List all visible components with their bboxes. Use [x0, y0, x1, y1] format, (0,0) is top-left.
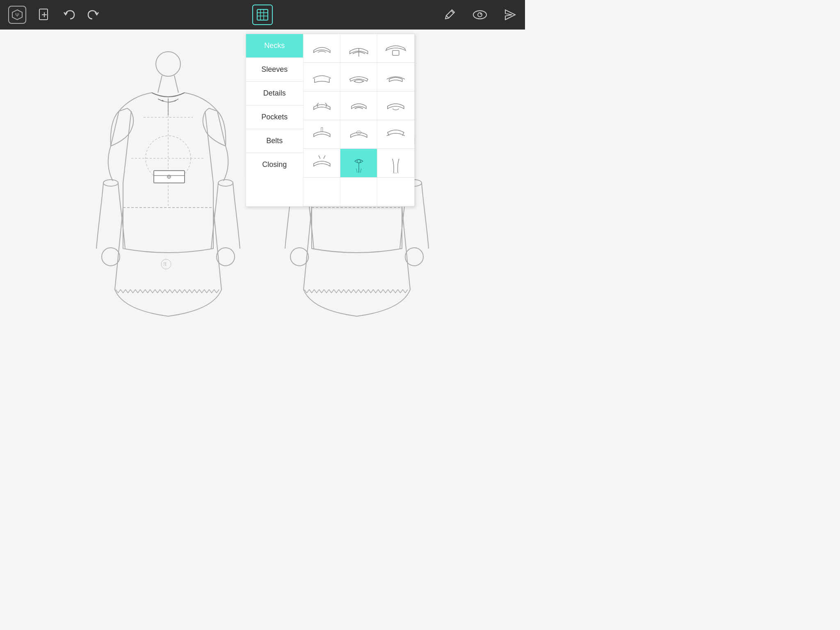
- menu-panel: Necks Sleeves Details Pockets Belts Clos…: [246, 34, 415, 207]
- svg-point-47: [290, 248, 308, 266]
- svg-rect-5: [257, 9, 268, 20]
- neck-item-12[interactable]: [377, 120, 414, 149]
- toolbar-left: Ψ: [8, 6, 100, 24]
- redo-button[interactable]: [87, 8, 100, 21]
- main-area: π: [0, 30, 525, 394]
- neck-item-4[interactable]: [304, 63, 340, 91]
- category-sleeves[interactable]: Sleeves: [246, 58, 303, 82]
- neck-item-10[interactable]: [304, 120, 340, 149]
- neck-item-2[interactable]: [340, 34, 377, 63]
- neck-item-15[interactable]: [377, 149, 414, 178]
- send-button[interactable]: [504, 8, 517, 21]
- neck-item-13[interactable]: [304, 149, 340, 178]
- toolbar: Ψ: [0, 0, 525, 30]
- svg-line-63: [394, 173, 395, 173]
- neck-item-8[interactable]: [340, 91, 377, 120]
- neck-item-6[interactable]: [377, 63, 414, 91]
- svg-rect-15: [156, 52, 180, 76]
- svg-point-22: [217, 248, 235, 266]
- neck-item-18[interactable]: [377, 178, 414, 206]
- svg-line-17: [174, 75, 178, 93]
- svg-point-12: [473, 11, 486, 19]
- new-file-button[interactable]: [38, 8, 51, 21]
- svg-line-65: [398, 173, 399, 173]
- svg-text:π: π: [163, 260, 167, 267]
- logo-icon[interactable]: Ψ: [8, 6, 26, 24]
- category-necks[interactable]: Necks: [246, 34, 303, 58]
- neck-item-17[interactable]: [340, 178, 377, 206]
- svg-point-13: [478, 13, 482, 17]
- svg-line-62: [393, 173, 394, 173]
- pencil-button[interactable]: [443, 8, 456, 21]
- svg-line-64: [396, 173, 396, 173]
- svg-point-14: [480, 14, 482, 15]
- category-closing[interactable]: Closing: [246, 153, 303, 176]
- neck-item-5[interactable]: [340, 63, 377, 91]
- svg-point-19: [103, 180, 118, 186]
- svg-text:Ψ: Ψ: [15, 12, 19, 18]
- svg-line-11: [446, 16, 449, 18]
- sketches-container: π: [0, 30, 525, 394]
- svg-point-20: [102, 248, 120, 266]
- front-garment: π: [90, 43, 246, 380]
- svg-line-16: [158, 75, 162, 93]
- category-details[interactable]: Details: [246, 82, 303, 105]
- svg-point-60: [357, 160, 360, 163]
- neck-item-16[interactable]: [304, 178, 340, 206]
- toolbar-center: [252, 5, 273, 25]
- neck-item-1[interactable]: [304, 34, 340, 63]
- eye-button[interactable]: [472, 8, 487, 21]
- neck-item-11[interactable]: [340, 120, 377, 149]
- menu-items-grid: [304, 34, 414, 206]
- svg-line-58: [318, 155, 320, 159]
- svg-line-59: [323, 155, 325, 159]
- svg-rect-56: [393, 50, 399, 55]
- toolbar-right: [443, 8, 517, 21]
- svg-point-49: [405, 248, 423, 266]
- neck-item-14-selected[interactable]: [340, 149, 377, 178]
- list-view-button[interactable]: [252, 5, 273, 25]
- neck-item-7[interactable]: [304, 91, 340, 120]
- neck-item-3[interactable]: [377, 34, 414, 63]
- category-pockets[interactable]: Pockets: [246, 105, 303, 129]
- category-belts[interactable]: Belts: [246, 129, 303, 153]
- neck-item-9[interactable]: [377, 91, 414, 120]
- menu-categories: Necks Sleeves Details Pockets Belts Clos…: [246, 34, 304, 206]
- undo-button[interactable]: [62, 8, 75, 21]
- svg-point-21: [218, 180, 233, 186]
